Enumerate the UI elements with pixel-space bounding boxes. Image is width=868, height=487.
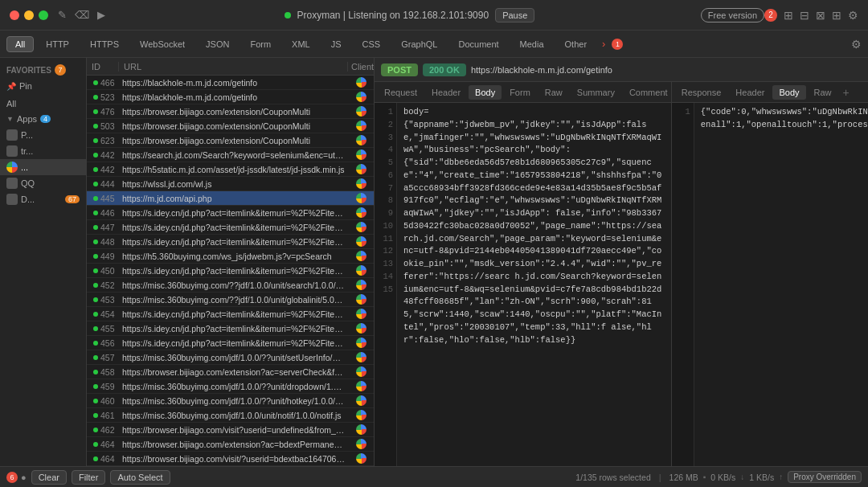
trash-icon[interactable]: ⌫ — [75, 9, 89, 21]
record-icon[interactable]: ● — [21, 473, 27, 482]
record-badge[interactable]: 6 — [6, 472, 18, 483]
tab-comment[interactable]: Comment — [623, 85, 672, 100]
row-url: https://misc.360buyimg.com/jdf/1.0.0/??u… — [119, 396, 348, 406]
filter-tab-all[interactable]: All — [6, 36, 34, 52]
table-row[interactable]: 460https://misc.360buyimg.com/jdf/1.0.0/… — [87, 394, 374, 408]
close-button[interactable] — [10, 10, 19, 20]
tab-summary[interactable]: Summary — [571, 85, 621, 100]
chrome-icon-small — [356, 323, 366, 334]
sidebar-item-tr[interactable]: tr... — [0, 143, 86, 159]
status-dot — [93, 182, 98, 186]
window-split-icon[interactable]: ⊟ — [800, 9, 809, 22]
pause-button[interactable]: Pause — [495, 8, 534, 23]
filter-tab-media[interactable]: Media — [511, 36, 553, 52]
app-d-badge: 67 — [65, 195, 80, 203]
chrome-icon-small — [356, 77, 366, 88]
filter-tab-websocket[interactable]: WebSocket — [131, 36, 194, 52]
tab-raw[interactable]: Raw — [538, 85, 569, 100]
filter-button[interactable]: Filter — [72, 470, 105, 485]
more-button[interactable]: › — [599, 38, 608, 50]
tab-resp-body[interactable]: Body — [772, 85, 805, 100]
compose-icon[interactable]: ✎ — [58, 9, 67, 21]
tab-form[interactable]: Form — [503, 85, 537, 100]
filter-tab-form[interactable]: Form — [241, 36, 280, 52]
auto-select-button[interactable]: Auto Select — [110, 470, 170, 485]
free-version-badge[interactable]: Free version — [701, 8, 764, 23]
method-button[interactable]: POST — [381, 63, 418, 76]
table-row[interactable]: 446https://s.idey.cn/jd.php?act=itemlink… — [87, 206, 374, 220]
row-id: 460 — [87, 396, 119, 406]
table-row[interactable]: 452https://misc.360buyimg.com/??jdf/1.0.… — [87, 278, 374, 293]
apps-chevron[interactable]: ▼ — [6, 115, 14, 123]
filter-tab-other[interactable]: Other — [556, 36, 596, 52]
table-row[interactable]: 450https://s.idey.cn/jd.php?act=itemlink… — [87, 264, 374, 278]
table-row[interactable]: 464https://browser.bijiago.com/extension… — [87, 437, 374, 452]
table-row[interactable]: 459https://misc.360buyimg.com/jdf/1.0.0/… — [87, 379, 374, 394]
table-row[interactable]: 442https://search.jd.com/Search?keyword=… — [87, 148, 374, 162]
response-body-content[interactable]: {"code":0,"whwswswws":"uDgNbwRkINqNTfXRM… — [694, 103, 868, 466]
filter-tab-document[interactable]: Document — [449, 36, 507, 52]
table-row[interactable]: 456https://s.idey.cn/jd.php?act=itemlink… — [87, 336, 374, 350]
pin-label: Pin — [19, 81, 32, 91]
table-row[interactable]: 464https://browser.bijiago.com/visit/?us… — [87, 452, 374, 466]
status-badge: 200 OK — [423, 63, 466, 76]
tab-body[interactable]: Body — [469, 85, 502, 100]
table-row[interactable]: 449https://h5.360buyimg.com/ws_js/jdwebm… — [87, 249, 374, 264]
tab-resp-raw[interactable]: Raw — [808, 85, 838, 100]
status-dot — [93, 384, 98, 389]
table-row[interactable]: 445https://m.jd.com/api.php — [87, 191, 374, 206]
title-bar-controls: ✎ ⌫ ▶ — [58, 9, 105, 21]
clear-button[interactable]: Clear — [31, 470, 67, 485]
table-row[interactable]: 444https://wlssl.jd.com/wl.js — [87, 177, 374, 191]
filter-settings-icon[interactable]: ⚙ — [851, 38, 862, 51]
table-row[interactable]: 448https://s.idey.cn/jd.php?act=itemlink… — [87, 235, 374, 249]
row-url: https://misc.360buyimg.com/jdf/1.0.0/??u… — [119, 382, 348, 391]
filter-tab-http[interactable]: HTTP — [37, 36, 78, 52]
table-row[interactable]: 623https://browser.bijiago.com/extension… — [87, 133, 374, 148]
table-row[interactable]: 462https://browser.bijiago.com/visit?use… — [87, 423, 374, 437]
table-row[interactable]: 476https://browser.bijiago.com/extension… — [87, 104, 374, 119]
status-dot — [93, 225, 98, 230]
sidebar-item-d[interactable]: D... 67 — [0, 191, 86, 207]
tab-resp-header[interactable]: Header — [729, 85, 771, 100]
table-row[interactable]: 461https://misc.360buyimg.com/jdf/1.0.0/… — [87, 408, 374, 423]
sidebar-item-qq[interactable]: QQ — [0, 175, 86, 191]
window-expand-icon[interactable]: ⊞ — [832, 9, 841, 22]
fullscreen-button[interactable] — [39, 10, 48, 20]
filter-tab-graphql[interactable]: GraphQL — [392, 36, 446, 52]
tab-request[interactable]: Request — [378, 85, 424, 100]
filter-tab-https[interactable]: HTTPS — [81, 36, 128, 52]
table-row[interactable]: 442https://h5static.m.jd.com/asset/jd-js… — [87, 162, 374, 177]
settings-icon[interactable]: ⚙ — [848, 9, 858, 22]
sidebar-item-pin[interactable]: 📌 Pin — [0, 79, 86, 93]
filter-tab-css[interactable]: CSS — [354, 36, 390, 52]
table-row[interactable]: 455https://s.idey.cn/jd.php?act=itemlink… — [87, 321, 374, 336]
favorites-badge: 7 — [55, 64, 66, 76]
status-dot — [93, 138, 98, 143]
sidebar-item-all[interactable]: All — [0, 96, 86, 111]
table-row[interactable]: 447https://s.idey.cn/jd.php?act=itemlink… — [87, 220, 374, 235]
table-row[interactable]: 457https://misc.360buyimg.com/jdf/1.0.0/… — [87, 350, 374, 365]
sidebar-item-p1[interactable]: P... — [0, 127, 86, 143]
tab-response[interactable]: Response — [675, 85, 728, 100]
table-row[interactable]: 458https://browser.bijiago.com/extension… — [87, 365, 374, 379]
table-row[interactable]: 454https://s.idey.cn/jd.php?act=itemlink… — [87, 307, 374, 321]
request-body-content[interactable]: body= {"appname":"jdwebm_pv","jdkey":"",… — [397, 103, 671, 466]
sidebar-item-chrome[interactable]: ... — [0, 159, 86, 175]
table-row[interactable]: 503https://browser.bijiago.com/extension… — [87, 119, 374, 133]
filter-tab-json[interactable]: JSON — [197, 36, 238, 52]
table-row[interactable]: 466https://blackhole-m.m.jd.com/getinfo — [87, 76, 374, 90]
tab-header[interactable]: Header — [425, 85, 467, 100]
filter-tab-js[interactable]: JS — [322, 36, 350, 52]
status-dot — [93, 268, 98, 273]
play-icon[interactable]: ▶ — [97, 9, 105, 21]
row-url: https://s.idey.cn/jd.php?act=itemlink&it… — [119, 208, 348, 218]
table-row[interactable]: 453https://misc.360buyimg.com/??jdf/1.0.… — [87, 293, 374, 307]
window-resize-icon[interactable]: ⊠ — [816, 9, 825, 22]
status-dot — [93, 95, 98, 100]
window-tile-icon[interactable]: ⊞ — [784, 9, 793, 22]
table-row[interactable]: 523https://blackhole-m.m.jd.com/getinfo — [87, 90, 374, 104]
filter-tab-xml[interactable]: XML — [283, 36, 319, 52]
add-tab-button[interactable]: + — [840, 86, 853, 99]
minimize-button[interactable] — [24, 10, 34, 20]
